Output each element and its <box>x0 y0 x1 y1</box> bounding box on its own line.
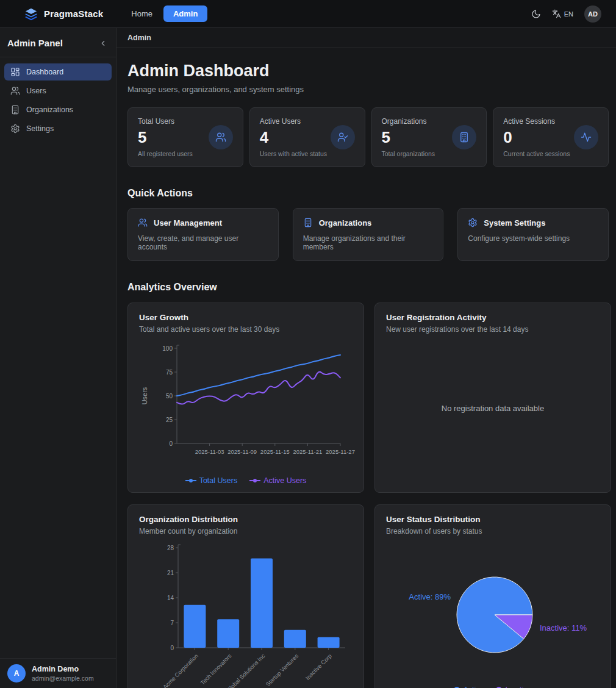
svg-text:100: 100 <box>162 345 173 352</box>
user-growth-card: User Growth Total and active users over … <box>127 303 364 493</box>
nav-link-home[interactable]: Home <box>125 5 159 22</box>
sidebar-item-label: Organizations <box>26 106 73 114</box>
legend-item[interactable]: Total Users <box>185 476 238 485</box>
action-desc: View, create, and manage user accounts <box>138 234 268 251</box>
layers-logo-icon <box>24 7 38 21</box>
dashboard-icon <box>10 67 20 77</box>
chart-title: User Registration Activity <box>386 313 600 322</box>
stat-desc: Total organizations <box>382 150 435 157</box>
translate-icon <box>552 9 561 18</box>
sidebar-item-dashboard[interactable]: Dashboard <box>4 63 112 81</box>
stat-value: 5 <box>138 128 193 147</box>
brand-name: PragmaStack <box>44 9 103 19</box>
stats-grid: Total Users 5 All registered users Activ… <box>127 107 609 167</box>
sidebar-user-email: admin@example.com <box>32 675 94 682</box>
stat-label: Total Users <box>138 117 193 126</box>
gear-icon <box>468 218 478 228</box>
svg-text:2025-11-15: 2025-11-15 <box>260 448 290 455</box>
sidebar-item-label: Dashboard <box>26 68 63 76</box>
breadcrumb-bar: Admin <box>116 28 616 48</box>
page-subtitle: Manage users, organizations, and system … <box>127 85 609 94</box>
avatar: A <box>7 664 26 683</box>
sidebar-collapse-button[interactable] <box>99 39 107 48</box>
building-icon <box>303 218 313 228</box>
action-title: User Management <box>154 218 222 228</box>
quick-actions-heading: Quick Actions <box>127 188 609 199</box>
sidebar-item-users[interactable]: Users <box>4 82 112 99</box>
action-card-organizations[interactable]: Organizations Manage organizations and t… <box>293 208 444 261</box>
quick-actions-grid: User Management View, create, and manage… <box>127 208 609 261</box>
moon-icon <box>531 9 541 19</box>
svg-text:Acme Corporation: Acme Corporation <box>162 653 199 688</box>
sidebar-user-card[interactable]: A Admin Demo admin@example.com <box>0 658 116 688</box>
sidebar-item-label: Users <box>26 87 46 95</box>
top-navbar: PragmaStack Home Admin EN AD <box>0 0 616 28</box>
navbar-right: EN AD <box>531 5 601 23</box>
user-growth-legend: Total UsersActive Users <box>139 476 353 485</box>
dark-mode-toggle[interactable] <box>531 9 541 19</box>
chart-title: Organization Distribution <box>139 515 353 524</box>
action-card-system-settings[interactable]: System Settings Configure system-wide se… <box>457 208 609 261</box>
users-icon <box>209 125 233 149</box>
sidebar-menu: Dashboard Users Organizations Settings <box>0 57 116 143</box>
nav-link-admin[interactable]: Admin <box>163 5 207 22</box>
action-desc: Configure system-wide settings <box>468 234 598 243</box>
stat-label: Active Users <box>260 117 327 126</box>
user-status-legend: ActiveInactive <box>386 686 600 688</box>
legend-item[interactable]: Active <box>454 686 484 688</box>
user-avatar[interactable]: AD <box>584 5 601 23</box>
stat-value: 4 <box>260 128 327 147</box>
stat-card-total-users: Total Users 5 All registered users <box>127 107 243 167</box>
svg-text:14: 14 <box>167 595 174 601</box>
chart-title: User Growth <box>139 313 353 322</box>
user-status-pie-chart: Active: 89%Inactive: 11% <box>386 543 600 682</box>
sidebar-item-label: Settings <box>26 124 54 133</box>
svg-text:Inactive: 11%: Inactive: 11% <box>540 623 587 632</box>
brand[interactable]: PragmaStack <box>24 7 103 21</box>
stat-card-active-users: Active Users 4 Users with active status <box>249 107 365 167</box>
svg-text:0: 0 <box>169 440 173 447</box>
sidebar-title: Admin Panel <box>7 38 63 48</box>
stat-desc: Current active sessions <box>503 150 570 157</box>
chart-subtitle: Total and active users over the last 30 … <box>139 325 353 334</box>
activity-icon <box>574 125 598 149</box>
svg-text:Users: Users <box>141 387 148 404</box>
page-title: Admin Dashboard <box>127 62 609 81</box>
sidebar-header: Admin Panel <box>0 28 116 57</box>
analytics-heading: Analytics Overview <box>127 282 609 293</box>
sidebar-item-settings[interactable]: Settings <box>4 120 112 137</box>
stat-card-organizations: Organizations 5 Total organizations <box>371 107 487 167</box>
stat-value: 0 <box>503 128 570 147</box>
user-check-icon <box>331 125 355 149</box>
organization-distribution-card: Organization Distribution Member count b… <box>127 504 364 688</box>
stat-label: Active Sessions <box>503 117 570 126</box>
breadcrumb[interactable]: Admin <box>127 34 151 42</box>
chevron-left-icon <box>99 39 107 48</box>
svg-text:2025-11-09: 2025-11-09 <box>227 448 257 455</box>
building-icon <box>10 105 20 115</box>
sidebar-user-name: Admin Demo <box>32 665 94 675</box>
nav-links: Home Admin <box>125 5 207 22</box>
chart-title: User Status Distribution <box>386 515 600 524</box>
user-status-card: User Status Distribution Breakdown of us… <box>374 504 611 688</box>
language-switcher[interactable]: EN <box>552 9 573 18</box>
language-label: EN <box>564 10 573 18</box>
svg-text:Tech Innovators: Tech Innovators <box>199 652 232 686</box>
gear-icon <box>10 124 20 134</box>
svg-text:21: 21 <box>167 570 174 576</box>
action-desc: Manage organizations and their members <box>303 234 434 251</box>
action-card-user-management[interactable]: User Management View, create, and manage… <box>127 208 279 261</box>
users-icon <box>138 218 148 228</box>
stat-desc: Users with active status <box>260 150 327 157</box>
svg-text:25: 25 <box>166 417 173 423</box>
main-content: Admin Admin Dashboard Manage users, orga… <box>116 28 616 688</box>
charts-grid: User Growth Total and active users over … <box>127 303 609 688</box>
legend-item[interactable]: Inactive <box>496 686 531 688</box>
organization-distribution-chart: 07142128Acme CorporationTech InnovatorsG… <box>139 543 353 688</box>
stat-value: 5 <box>382 128 435 147</box>
stat-desc: All registered users <box>138 150 193 157</box>
sidebar-item-organizations[interactable]: Organizations <box>4 101 112 118</box>
legend-item[interactable]: Active Users <box>249 476 306 485</box>
action-title: System Settings <box>484 218 545 228</box>
stat-label: Organizations <box>382 117 435 126</box>
